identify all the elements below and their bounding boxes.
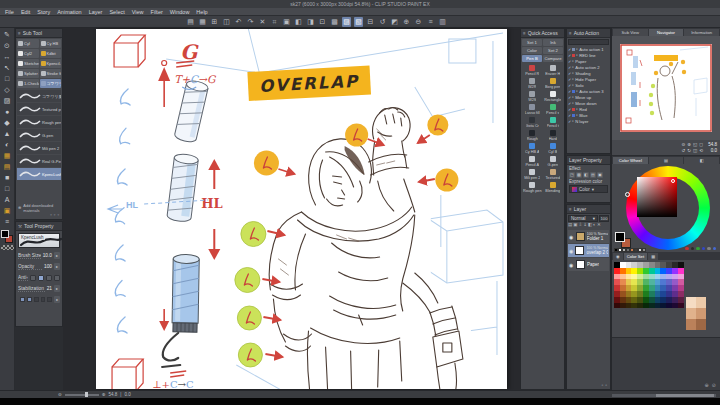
stepper-button[interactable]: ▸ xyxy=(54,296,60,303)
subtool-preset[interactable]: 1-Checker xyxy=(17,79,39,88)
rotate-right-icon[interactable]: ↻ xyxy=(687,148,691,153)
layer-opacity-value[interactable]: 100 xyxy=(599,215,609,222)
tab-color-wheel[interactable]: Color Wheel xyxy=(613,157,648,164)
expander-icon[interactable]: ▸ xyxy=(572,77,574,81)
trash-icon[interactable]: ▫ xyxy=(605,382,607,388)
quick-access-set-tab[interactable]: Set 1 xyxy=(522,39,542,46)
quick-color-dot[interactable] xyxy=(696,247,700,251)
tool-property-tab[interactable]: ⚒ Tool Property xyxy=(16,222,62,231)
stepper-button[interactable]: ▸ xyxy=(54,252,60,259)
zoom-in-icon[interactable]: ⊕ xyxy=(402,17,411,27)
anti-aliasing-option[interactable] xyxy=(38,275,44,281)
reference-icon[interactable]: ▣ xyxy=(597,172,603,178)
quick-access-item[interactable]: Pencil R xyxy=(522,64,543,77)
menu-layer[interactable]: Layer xyxy=(89,9,103,15)
checkbox-icon[interactable]: ✓ xyxy=(568,95,571,100)
delete-icon[interactable]: ✕ xyxy=(258,17,267,27)
sv-marker[interactable] xyxy=(671,179,675,183)
quick-access-item[interactable]: G-pen xyxy=(543,155,564,168)
taper-option[interactable] xyxy=(20,297,25,302)
menu-select[interactable]: Select xyxy=(109,9,124,15)
gradient-tool[interactable]: ■ xyxy=(2,173,13,183)
eraser-tool[interactable]: ◐ xyxy=(2,140,13,150)
ruler-tool[interactable]: ≡ xyxy=(2,217,13,227)
rotate-left-icon[interactable]: ↺ xyxy=(681,148,685,153)
stepper-button[interactable]: ▸ xyxy=(54,263,60,270)
expander-icon[interactable]: ▸ xyxy=(572,71,574,75)
snap-special-icon[interactable]: ▧ xyxy=(354,17,363,27)
tab-color-slider[interactable]: ▤ xyxy=(649,157,684,164)
merge-layer-icon[interactable]: ⇓ xyxy=(583,222,587,229)
taper-option[interactable] xyxy=(47,297,52,302)
checkbox-icon[interactable]: ✓ xyxy=(568,77,571,82)
expander-icon[interactable]: ▸ xyxy=(572,119,574,123)
quick-access-item[interactable]: Pencil A xyxy=(522,155,543,168)
auto-action-set-selector[interactable] xyxy=(568,39,609,45)
quick-access-item[interactable]: Gota Cr xyxy=(522,116,543,129)
quick-access-item[interactable]: Cy HB A xyxy=(522,142,543,155)
subtool-preset[interactable]: コマワリ風 xyxy=(40,79,62,88)
border-effect-icon[interactable]: ◳ xyxy=(569,172,575,178)
blend-tool[interactable]: ▦ xyxy=(2,151,13,161)
panel-menu-icon[interactable]: ≡ xyxy=(569,31,572,36)
reset-rotation-icon[interactable]: ⟲ xyxy=(699,148,703,153)
panel-menu-icon[interactable]: ≡ xyxy=(523,31,526,36)
zoom-out-icon[interactable]: ⊖ xyxy=(414,17,423,27)
actual-size-icon[interactable]: ◻ xyxy=(699,142,703,147)
print-icon[interactable]: ◫ xyxy=(222,17,231,27)
expander-icon[interactable]: ▸ xyxy=(572,65,574,69)
lock-layer-icon[interactable]: ◧ xyxy=(588,222,592,229)
expander-icon[interactable]: ▸ xyxy=(572,59,574,63)
scrollbar-thumb[interactable] xyxy=(656,394,714,397)
quick-color-dot[interactable] xyxy=(702,247,706,251)
quick-access-item[interactable]: W2R xyxy=(522,77,543,90)
subtool-preset[interactable]: Kdbit xyxy=(40,49,62,58)
menu-help[interactable]: Help xyxy=(196,9,207,15)
checkbox-icon[interactable]: ✓ xyxy=(568,119,571,124)
brush-stroke-item[interactable]: コマワリ風ペン 2 xyxy=(17,90,61,102)
taper-option[interactable] xyxy=(27,297,32,302)
color-swatch[interactable] xyxy=(678,303,684,309)
brush-stroke-item[interactable]: G-pen xyxy=(17,129,61,141)
deselect-icon[interactable]: ⌗ xyxy=(270,17,279,27)
subtool-preset[interactable]: Cyl2 xyxy=(17,49,39,58)
checkbox-icon[interactable]: ✓ xyxy=(568,107,571,112)
visibility-eye-icon[interactable]: ◉ xyxy=(569,262,574,268)
menu-edit[interactable]: Edit xyxy=(21,9,30,15)
menu-filter[interactable]: Filter xyxy=(151,9,163,15)
checkbox-icon[interactable]: ✓ xyxy=(568,101,571,106)
menu-story[interactable]: Story xyxy=(37,9,50,15)
zoom-in-icon[interactable]: ⊕ xyxy=(687,142,691,147)
duplicate-subtool-icon[interactable]: ▫ xyxy=(54,212,56,219)
quick-access-set-tab[interactable]: Set 2 xyxy=(543,47,563,54)
skin-swatch[interactable] xyxy=(686,297,696,308)
extract-line-icon[interactable]: ▤ xyxy=(590,172,596,178)
quick-color-dot[interactable] xyxy=(707,247,711,251)
new-file-icon[interactable]: ▤ xyxy=(186,17,195,27)
new-layer-icon[interactable]: ▤ xyxy=(568,222,572,229)
quick-access-set-tab[interactable]: Color xyxy=(522,47,542,54)
mask-layer-icon[interactable]: ◐ xyxy=(593,222,596,229)
zoom-out-icon[interactable]: ⊖ xyxy=(681,142,685,147)
airbrush-tool[interactable]: ◆ xyxy=(2,118,13,128)
auto-action-item[interactable]: ✓▸N layer xyxy=(568,118,609,124)
visibility-eye-icon[interactable]: ◉ xyxy=(569,234,574,240)
frame-tool[interactable]: ▣ xyxy=(2,206,13,216)
lasso-tool[interactable]: ◇ xyxy=(2,85,13,95)
navigator-thumbnail[interactable] xyxy=(620,44,712,132)
snap-ruler-icon[interactable]: ▨ xyxy=(342,17,351,27)
zoom-slider-thumb[interactable] xyxy=(85,392,88,397)
subtool-preset[interactable]: Sketches xyxy=(17,59,39,68)
quick-access-item[interactable]: Rough xyxy=(522,129,543,142)
tab-sub-view[interactable]: Sub View xyxy=(613,29,648,36)
snap-grid-icon[interactable]: ⊟ xyxy=(366,17,375,27)
quick-access-item[interactable]: W2S xyxy=(522,90,543,103)
fit-screen-icon[interactable]: ◱ xyxy=(693,142,697,147)
expander-icon[interactable]: ▸ xyxy=(576,89,578,93)
quick-color-dot[interactable] xyxy=(713,247,717,251)
quick-access-item[interactable]: Eraser H xyxy=(543,64,564,77)
quick-access-item[interactable]: Lasso fill xyxy=(522,103,543,116)
layer-row[interactable]: ◉Paper xyxy=(568,258,609,271)
hue-marker[interactable] xyxy=(625,192,630,197)
layer-row[interactable]: ◉100 % Normaloverlap 2 Copy xyxy=(568,244,609,257)
